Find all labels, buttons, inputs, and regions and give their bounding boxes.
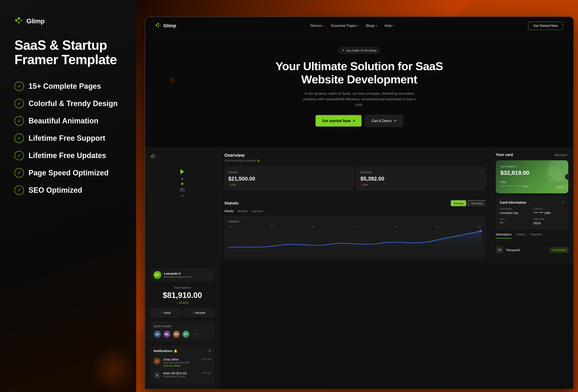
notif-name-2: Water bill ($15.00) — [163, 372, 199, 375]
get-started-hero-button[interactable]: Get started Now ↗ — [315, 115, 362, 127]
history-tab[interactable]: History — [517, 233, 526, 238]
dashboard-main: Overview Good morning Leonardo 👋 Earning… — [219, 148, 491, 200]
features-list: ✓ 15+ Complete Pages ✓ Colorful & Trendy… — [14, 82, 122, 195]
site-logo-text: Glimp — [163, 23, 176, 29]
gear-icon[interactable]: ⚙ — [208, 349, 211, 353]
device-container: Glimp Demos ▾ Essential Pages ▾ Blogs — [144, 16, 574, 392]
chart-title: Statistics — [228, 220, 482, 223]
more-icon[interactable]: ··· — [347, 170, 350, 174]
transfer-avatar-4[interactable]: ST — [182, 330, 190, 338]
notif-bill-icon: 💧 — [154, 372, 161, 379]
chart-y-labels: 40 50 60 70 80 90 100 — [228, 225, 482, 228]
send-button[interactable]: ↑ Send — [150, 308, 182, 317]
spending-value: $5,392.00 — [360, 175, 482, 182]
receive-icon: ↓ — [193, 311, 194, 314]
sidebar-dot-2[interactable] — [181, 195, 183, 197]
hero-title: Your Ultimate Solution for SaaS Website … — [155, 60, 563, 86]
chart-container: Statistics 40 50 60 70 80 90 100 — [224, 216, 486, 258]
feature-label: Page Speed Optimized — [29, 169, 109, 177]
card-panel-header: Your card Add card + — [496, 153, 568, 157]
chevron-down-icon: ▾ — [357, 24, 359, 27]
nav-link-essential[interactable]: Essential Pages ▾ — [331, 24, 359, 28]
device-frame: Glimp Demos ▾ Essential Pages ▾ Blogs — [144, 16, 574, 389]
check-icon: ✓ — [14, 133, 24, 143]
svg-rect-3 — [20, 19, 22, 21]
quick-transfer-label: Quick transfer — [154, 325, 211, 328]
receive-button[interactable]: ↓ Receive — [184, 308, 215, 317]
cvv-field: CVV *** — [500, 218, 531, 225]
notification-item-2: 💧 Water bill ($15.00) Pay before 28 July… — [154, 370, 211, 381]
sidebar-dot-active[interactable] — [181, 183, 183, 185]
user-info: Leonardo C leonardocc@gmail.com — [164, 272, 208, 278]
monthly-tab[interactable]: Monthly — [238, 209, 248, 213]
check-icon: ✓ — [14, 185, 24, 195]
get-started-nav-button[interactable]: Get Started Now — [528, 22, 563, 30]
last-year-tab[interactable]: Last year — [251, 209, 263, 213]
stat-cards-row: Earning ··· $21,500.00 ↑ 12% — [224, 166, 486, 190]
transfer-avatar-3[interactable]: RK — [173, 330, 180, 338]
marketplace-tab[interactable]: Marketplace — [496, 233, 512, 238]
card-info-title: Card information — [500, 201, 526, 205]
notif-time-1: Just now — [201, 358, 211, 361]
transfer-avatar-2[interactable]: ML — [163, 330, 171, 338]
market-item-icon: 🛍 — [496, 246, 503, 254]
transfer-add-button[interactable]: + — [192, 330, 199, 338]
payment-tab[interactable]: Payment — [530, 233, 542, 238]
statistic-title: Statistic — [224, 201, 239, 206]
edit-icon[interactable]: ✎ — [562, 201, 564, 205]
card-balance-label: Card balance — [500, 165, 564, 168]
total-balance-label: Total balance — [150, 286, 214, 289]
left-logo-area: Glimp — [14, 16, 122, 26]
credit-card-wrapper: Card balance $32,819.00 Visa **** **** *… — [496, 160, 568, 193]
earning-change: ↑ 12% — [228, 183, 350, 186]
feature-label: Lifetime Free Updates — [29, 151, 106, 160]
svg-rect-9 — [153, 155, 154, 156]
card-name-field: Card name Leonardo Cap — [500, 207, 531, 215]
user-email: leonardocc@gmail.com — [164, 275, 208, 278]
sidebar-triangle-icon — [180, 169, 184, 174]
feature-item: ✓ Colorful & Trendy Design — [14, 99, 122, 108]
headline: SaaS & Startup Framer Template — [14, 38, 122, 67]
transfer-avatar-1[interactable]: JA — [154, 330, 161, 338]
statistic-section: Statistic Earning Spending Weekly Monthl… — [219, 200, 491, 263]
svg-rect-5 — [157, 23, 159, 25]
site-nav: Glimp Demos ▾ Essential Pages ▾ Blogs — [145, 17, 573, 35]
transfer-avatars: JA ML RK ST + — [154, 330, 211, 338]
card-nav-arrow[interactable]: › — [565, 174, 571, 180]
notif-link-1[interactable]: Click for detail — [163, 364, 199, 367]
check-icon: ✓ — [14, 151, 24, 160]
user-name: Leonardo C — [164, 272, 208, 275]
user-avatar: LC — [154, 271, 161, 279]
chevron-down-icon: ▾ — [393, 24, 394, 27]
hero-subtitle: In the dynamic realm of SaaS, our hero e… — [301, 91, 417, 108]
earning-tab[interactable]: Earning — [451, 200, 467, 207]
notifications-header: Notifications 🔔 ⚙ — [154, 349, 211, 353]
check-icon: ✓ — [14, 116, 24, 126]
dashboard-main-wrapper: Overview Good morning Leonardo 👋 Earning… — [219, 148, 491, 263]
website-content: Glimp Demos ▾ Essential Pages ▾ Blogs — [145, 17, 573, 389]
arrow-icon: ↗ — [352, 119, 355, 123]
plus-icon: + — [567, 153, 568, 157]
hero-badge: ✦ Say Hello To All Glimp — [338, 47, 380, 54]
sidebar-cart-icon[interactable]: 🛒 — [179, 188, 185, 192]
chart-svg — [228, 229, 482, 254]
nav-link-blogs[interactable]: Blogs ▾ — [366, 24, 377, 28]
spending-tab[interactable]: Spending — [468, 200, 486, 207]
add-card-button[interactable]: Add card + — [554, 153, 568, 157]
sidebar-dot[interactable] — [181, 178, 183, 180]
sidebar-logo — [148, 153, 216, 161]
overview-subtitle: Good morning Leonardo 👋 — [224, 159, 486, 162]
chevron-down-icon[interactable]: ⌄ — [208, 273, 211, 277]
card-expiry: 05/26 — [557, 185, 564, 189]
nav-link-demos[interactable]: Demos ▾ — [310, 24, 324, 28]
notif-content-2: Water bill ($15.00) Pay before 28 July — [163, 372, 199, 378]
feature-label: Beautiful Animation — [29, 117, 98, 125]
time-tabs: Weekly Monthly Last year — [224, 209, 486, 213]
get-demo-button[interactable]: Get A Demo ↗ — [365, 115, 403, 127]
svg-rect-6 — [157, 26, 159, 27]
nav-link-help[interactable]: Help ▾ — [385, 24, 394, 28]
more-icon[interactable]: ··· — [479, 170, 482, 174]
card-info-header: Card information ✎ — [500, 201, 564, 205]
svg-rect-10 — [153, 157, 154, 158]
weekly-tab[interactable]: Weekly — [224, 209, 234, 213]
